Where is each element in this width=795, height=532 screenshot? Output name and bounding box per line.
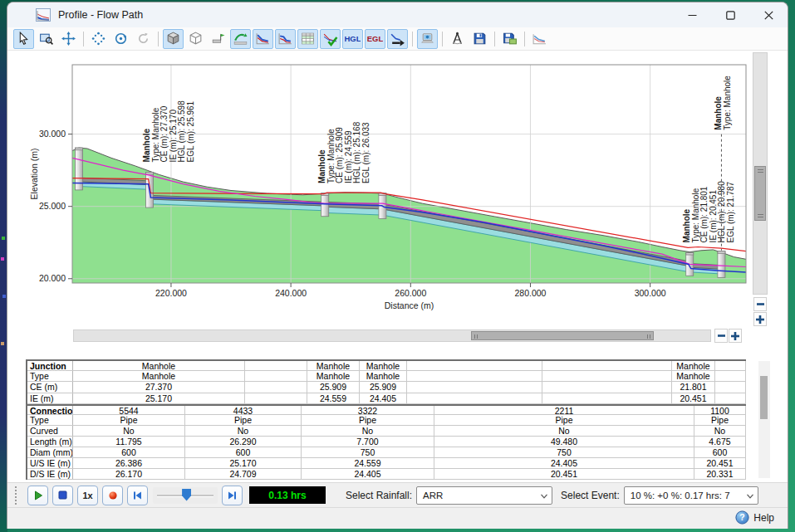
close-button[interactable]	[749, 2, 788, 27]
row-label: U/S IE (m)	[27, 458, 73, 468]
table-cell: Manhole	[307, 371, 360, 382]
zoom-out-x-button[interactable]	[714, 329, 728, 343]
maximize-button[interactable]	[711, 2, 749, 27]
help-button[interactable]: ? Help	[735, 510, 774, 525]
orbit-3d-button[interactable]	[110, 29, 131, 49]
table-cell: 24.559	[307, 393, 360, 404]
table-scrollbar[interactable]	[758, 361, 770, 478]
zoom-extents-button[interactable]	[88, 29, 109, 49]
skip-start-button[interactable]	[127, 486, 148, 505]
zoom-window-button[interactable]	[36, 29, 56, 49]
rainfall-select[interactable]: ARR	[416, 486, 552, 505]
event-select[interactable]: 10 %: +0 %: 0.17 hrs: 7	[624, 486, 758, 505]
svg-text:25.000: 25.000	[39, 201, 66, 211]
record-icon	[108, 491, 118, 500]
long-section-b-button[interactable]	[275, 29, 296, 49]
table-cell: 11.795	[73, 437, 185, 447]
row-label: Type	[27, 415, 73, 425]
skip-end-icon	[227, 491, 238, 500]
titlebar[interactable]: Profile - Flow Path	[7, 2, 788, 27]
chart-vertical-scrollbar[interactable]	[753, 52, 768, 295]
chart-panel: ManholeType: ManholeCE (m): 27.370IE (m)…	[7, 51, 788, 358]
export-profile-button[interactable]	[387, 29, 408, 49]
results-table-button[interactable]	[297, 29, 318, 49]
play-button[interactable]	[27, 486, 48, 505]
table-cell: 25.909	[307, 382, 360, 393]
svg-text:Manhole: Manhole	[317, 149, 326, 183]
select-tool-button[interactable]	[13, 29, 34, 49]
table-cell: 20.331	[694, 469, 746, 479]
background-dot	[2, 237, 5, 240]
table-cell: 3322	[302, 406, 434, 414]
table-cell	[407, 393, 542, 404]
table-cell	[407, 361, 542, 370]
table-row: Diam (mm)600600750750600	[27, 447, 746, 458]
egl-toggle-button[interactable]: EGL	[365, 29, 385, 49]
table-row: TypePipePipePipePipePipe	[27, 415, 746, 426]
svg-text:Type: Manhole: Type: Manhole	[151, 107, 160, 162]
screen-capture-button[interactable]	[417, 29, 438, 49]
table-cell: 750	[302, 447, 434, 457]
save-image-button[interactable]	[499, 29, 520, 49]
record-button[interactable]	[102, 486, 123, 505]
skip-end-button[interactable]	[222, 486, 243, 505]
window-title: Profile - Flow Path	[58, 9, 143, 21]
svg-text:CE (m): 21.801: CE (m): 21.801	[699, 186, 709, 242]
svg-text:EGL: EGL	[367, 34, 383, 43]
svg-text:30.000: 30.000	[39, 129, 66, 139]
row-label: Diam (mm)	[27, 447, 73, 457]
table-cell: 26.386	[73, 458, 185, 468]
table-cell: 26.170	[73, 469, 185, 479]
save-button[interactable]	[469, 29, 490, 49]
zoom-in-x-button[interactable]	[729, 329, 742, 343]
horizontal-scroll-thumb[interactable]	[471, 331, 654, 340]
table-cell: 49.480	[434, 437, 694, 447]
row-label: Connection	[27, 406, 73, 414]
profile-results-button[interactable]	[320, 29, 341, 49]
slider-thumb[interactable]	[182, 489, 191, 501]
row-label: Curved	[27, 426, 73, 436]
table-cell	[715, 382, 746, 393]
speed-button[interactable]: 1x	[77, 486, 98, 505]
table-cell: Pipe	[73, 415, 185, 425]
zoom-out-y-button[interactable]	[753, 297, 767, 311]
svg-text:Type: Manhole: Type: Manhole	[326, 129, 336, 183]
time-slider[interactable]	[153, 487, 218, 504]
help-icon: ?	[735, 510, 749, 525]
svg-text:IE (m): 20.451: IE (m): 20.451	[709, 190, 718, 243]
table-cell: No	[73, 426, 185, 436]
view-3d-wireframe-button[interactable]	[185, 29, 206, 49]
vertical-scroll-thumb[interactable]	[754, 166, 766, 221]
table-cell: 600	[694, 447, 746, 457]
table-cell: No	[302, 426, 434, 436]
toolbar-grip[interactable]	[14, 486, 18, 505]
table-cell: 20.451	[694, 458, 746, 468]
svg-text:CE (m): 27.370: CE (m): 27.370	[159, 105, 169, 162]
flow-path-view-button[interactable]	[230, 29, 251, 49]
chart-horizontal-scrollbar[interactable]	[73, 329, 711, 342]
view-3d-solid-button[interactable]	[163, 29, 184, 49]
stop-button[interactable]	[52, 486, 73, 505]
profile-settings-button[interactable]	[529, 29, 550, 49]
time-display: 0.13 hrs	[249, 486, 326, 504]
hgl-toggle-button[interactable]: HGL	[342, 29, 363, 49]
long-section-a-button[interactable]	[253, 29, 273, 49]
table-scroll-thumb[interactable]	[760, 376, 768, 419]
table-row: Length (m)11.79526.2907.70049.4804.675	[27, 437, 746, 447]
zoom-in-y-button[interactable]	[753, 312, 767, 326]
row-label: Junction	[27, 361, 73, 370]
dimension-tool-button[interactable]	[447, 29, 468, 49]
rainfall-value: ARR	[423, 491, 443, 500]
table-cell: 25.909	[360, 382, 407, 393]
help-label: Help	[753, 512, 774, 524]
table-cell	[542, 361, 672, 370]
svg-text:Distance (m): Distance (m)	[385, 300, 434, 310]
section-view-button[interactable]	[208, 29, 228, 49]
pan-tool-button[interactable]	[58, 29, 79, 49]
rotate-view-button[interactable]	[133, 29, 154, 49]
table-cell: 1100	[694, 406, 746, 414]
toolbar-separator	[158, 32, 159, 46]
minimize-button[interactable]	[673, 2, 711, 27]
status-bar: ? Help	[7, 507, 788, 529]
table-cell: Pipe	[185, 415, 302, 425]
